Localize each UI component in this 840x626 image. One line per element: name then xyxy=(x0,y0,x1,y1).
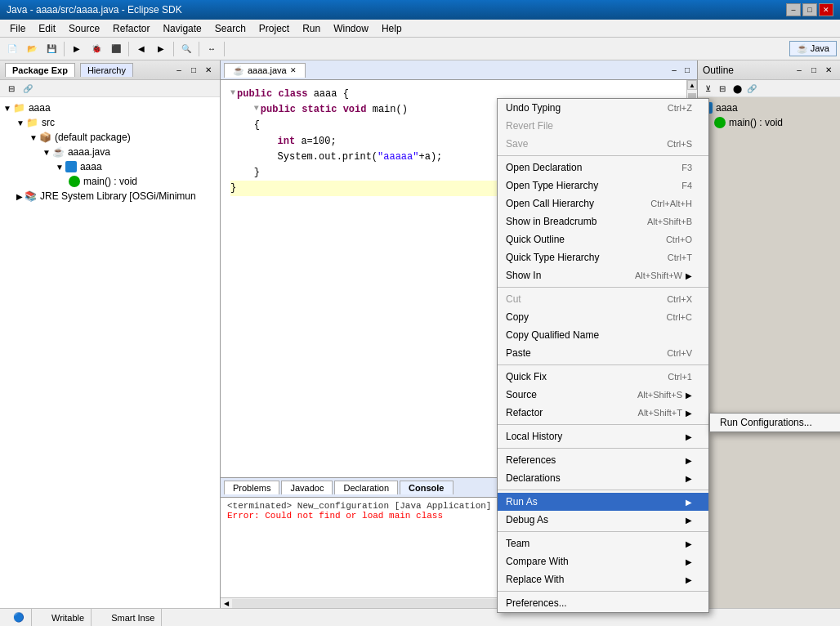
ctx-quick-fix-shortcut: Ctrl+1 xyxy=(668,372,692,382)
ctx-open-declaration[interactable]: Open Declaration F3 xyxy=(498,159,708,177)
java-file-label: aaaa.java xyxy=(68,146,110,158)
ctx-source[interactable]: Source Alt+Shift+S ▶ xyxy=(498,386,708,404)
tree-item-src[interactable]: ▼ 📁 src xyxy=(3,115,217,130)
run-button[interactable]: ▶ xyxy=(68,40,86,58)
refactor-toolbar-button[interactable]: ↔ xyxy=(203,40,221,58)
menu-navigate[interactable]: Navigate xyxy=(156,21,208,36)
ctx-breadcrumb-label: Show in Breadcrumb xyxy=(506,216,596,227)
menu-help[interactable]: Help xyxy=(375,21,409,36)
menu-edit[interactable]: Edit xyxy=(32,21,62,36)
collapse-java-icon[interactable]: ▼ xyxy=(42,148,51,157)
editor-minimize-icon[interactable]: – xyxy=(668,64,681,77)
scroll-left-arrow[interactable]: ◀ xyxy=(221,598,231,609)
package-tree: ▼ 📁 aaaa ▼ 📁 src ▼ 📦 (default package) xyxy=(0,97,220,207)
link-editor-icon[interactable]: 🔗 xyxy=(20,82,36,95)
collapse-jre-icon[interactable]: ▶ xyxy=(16,192,23,201)
ctx-quick-type-hierarchy[interactable]: Quick Type Hierarchy Ctrl+T xyxy=(498,248,708,266)
tab-declaration[interactable]: Declaration xyxy=(334,481,398,494)
tab-aaaa-java[interactable]: ☕ aaaa.java ✕ xyxy=(224,63,306,78)
ctx-copy-qualified[interactable]: Copy Qualified Name xyxy=(498,326,708,344)
outline-minimize[interactable]: – xyxy=(793,64,806,77)
collapse-all-icon[interactable]: ⊟ xyxy=(3,82,20,95)
ctx-references[interactable]: References ▶ xyxy=(498,451,708,469)
ctx-preferences[interactable]: Preferences... xyxy=(498,594,708,612)
new-button[interactable]: 📄 xyxy=(3,40,21,58)
ctx-paste[interactable]: Paste Ctrl+V xyxy=(498,344,708,362)
ctx-compare-with[interactable]: Compare With ▶ xyxy=(498,552,708,570)
ctx-debug-as[interactable]: Debug As ▶ xyxy=(498,511,708,529)
save-toolbar-button[interactable]: 💾 xyxy=(42,40,60,58)
tree-item-jre[interactable]: ▶ 📚 JRE System Library [OSGi/Minimun xyxy=(3,189,217,203)
ctx-show-in[interactable]: Show In Alt+Shift+W ▶ xyxy=(498,266,708,284)
minimize-button[interactable]: – xyxy=(786,3,801,16)
ctx-open-call-hierarchy[interactable]: Open Call Hierarchy Ctrl+Alt+H xyxy=(498,195,708,212)
perspective-java[interactable]: ☕ Java xyxy=(789,41,837,56)
search-toolbar-button[interactable]: 🔍 xyxy=(177,40,195,58)
collapse-class-icon[interactable]: ▼ xyxy=(56,163,64,172)
outline-item-main[interactable]: main() : void xyxy=(701,115,837,130)
status-icon-symbol: 🔵 xyxy=(13,612,25,623)
close-tab-icon[interactable]: ✕ xyxy=(290,66,297,74)
ctx-team[interactable]: Team ▶ xyxy=(498,534,708,552)
ctx-quick-fix[interactable]: Quick Fix Ctrl+1 xyxy=(498,368,708,386)
outline-icon-3[interactable]: ⬤ xyxy=(731,82,744,95)
forward-button[interactable]: ▶ xyxy=(152,40,170,58)
tab-problems[interactable]: Problems xyxy=(224,481,279,494)
ctx-run-as[interactable]: Run As ▶ xyxy=(498,493,708,511)
debug-button[interactable]: 🐞 xyxy=(87,40,105,58)
collapse-package-icon[interactable]: ▼ xyxy=(29,133,38,142)
maximize-panel-icon[interactable]: □ xyxy=(187,64,200,77)
ctx-declarations[interactable]: Declarations ▶ xyxy=(498,469,708,487)
tree-item-main-method[interactable]: main() : void xyxy=(3,174,217,189)
ctx-open-type-hierarchy[interactable]: Open Type Hierarchy F4 xyxy=(498,177,708,195)
menu-refactor[interactable]: Refactor xyxy=(106,21,156,36)
ctx-quick-outline[interactable]: Quick Outline Ctrl+O xyxy=(498,230,708,248)
menu-search[interactable]: Search xyxy=(208,21,252,36)
outline-icon-2[interactable]: ⊟ xyxy=(716,82,729,95)
editor-maximize-icon[interactable]: □ xyxy=(681,64,694,77)
tree-item-project[interactable]: ▼ 📁 aaaa xyxy=(3,101,217,115)
outline-maximize[interactable]: □ xyxy=(807,64,820,77)
menu-file[interactable]: File xyxy=(3,21,32,36)
back-button[interactable]: ◀ xyxy=(132,40,150,58)
collapse-src-icon[interactable]: ▼ xyxy=(16,118,25,127)
tab-javadoc[interactable]: Javadoc xyxy=(281,481,333,494)
tab-package-explorer[interactable]: Package Exp xyxy=(5,63,75,77)
menu-bar: File Edit Source Refactor Navigate Searc… xyxy=(0,20,840,38)
tree-item-default-package[interactable]: ▼ 📦 (default package) xyxy=(3,130,217,145)
close-panel-icon[interactable]: ✕ xyxy=(202,64,215,77)
menu-run[interactable]: Run xyxy=(296,21,327,36)
tree-item-java-file[interactable]: ▼ ☕ aaaa.java xyxy=(3,145,217,159)
outline-icon-1[interactable]: ⊻ xyxy=(701,82,714,95)
tree-item-class[interactable]: ▼ aaaa xyxy=(3,159,217,174)
open-button[interactable]: 📂 xyxy=(23,40,41,58)
maximize-button[interactable]: □ xyxy=(802,3,817,16)
ctx-show-in-label: Show In xyxy=(506,270,541,281)
ctx-show-breadcrumb[interactable]: Show in Breadcrumb Alt+Shift+B xyxy=(498,212,708,230)
close-button[interactable]: ✕ xyxy=(819,3,833,16)
menu-source[interactable]: Source xyxy=(62,21,106,36)
outline-close[interactable]: ✕ xyxy=(822,64,835,77)
submenu-run-configurations[interactable]: Run Configurations... xyxy=(710,414,840,431)
ctx-copy[interactable]: Copy Ctrl+C xyxy=(498,308,708,326)
ctx-sep-6 xyxy=(498,490,708,490)
collapse-method-arrow[interactable]: ▼ xyxy=(254,102,259,118)
outline-item-class[interactable]: aaaa xyxy=(701,101,837,115)
ctx-undo-typing[interactable]: Undo Typing Ctrl+Z xyxy=(498,99,708,117)
collapse-class-arrow[interactable]: ▼ xyxy=(230,87,235,102)
collapse-project-icon[interactable]: ▼ xyxy=(3,104,11,113)
ctx-local-history[interactable]: Local History ▶ xyxy=(498,427,708,445)
menu-project[interactable]: Project xyxy=(252,21,296,36)
scroll-up-arrow[interactable]: ▲ xyxy=(687,80,697,90)
ctx-open-decl-shortcut: F3 xyxy=(681,163,692,172)
minimize-panel-icon[interactable]: – xyxy=(172,64,185,77)
right-panel-header: Outline – □ ✕ xyxy=(698,60,840,80)
ctx-refactor[interactable]: Refactor Alt+Shift+T ▶ xyxy=(498,404,708,422)
outline-icon-4[interactable]: 🔗 xyxy=(745,82,758,95)
tab-console[interactable]: Console xyxy=(400,481,453,494)
context-menu: Undo Typing Ctrl+Z Revert File Save Ctrl… xyxy=(497,98,709,613)
stop-button[interactable]: ⬛ xyxy=(107,40,125,58)
ctx-replace-with[interactable]: Replace With ▶ xyxy=(498,570,708,588)
menu-window[interactable]: Window xyxy=(327,21,375,36)
tab-hierarchy[interactable]: Hierarchy xyxy=(80,63,133,77)
